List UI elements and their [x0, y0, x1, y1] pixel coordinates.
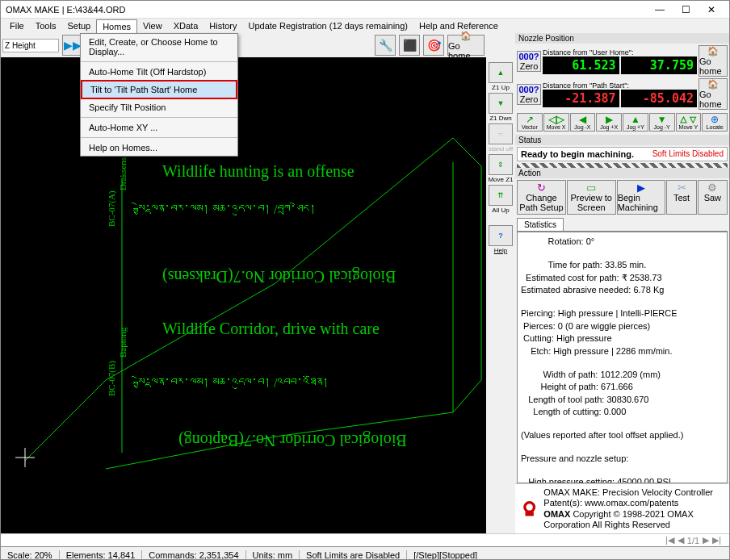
- toolbar-icon-2[interactable]: ⬛: [399, 35, 420, 56]
- menu-file[interactable]: File: [4, 19, 30, 32]
- test-button[interactable]: ✂Test: [666, 180, 696, 215]
- canvas-text-2: སྐྱེ་ལྡན་བར་ལམ། མཆ་འདུལ་བ། /བཀྲ་ཤེང།: [138, 203, 316, 217]
- movex-button[interactable]: ◀▶Move X: [543, 113, 569, 132]
- z1-down-button[interactable]: ▼: [489, 93, 513, 114]
- user-y-readout: 37.759: [621, 56, 698, 74]
- homes-spectilt[interactable]: Specify Tilt Position: [81, 99, 237, 115]
- jogpx-button[interactable]: ▶Jog +X: [596, 113, 622, 132]
- menu-view[interactable]: View: [137, 19, 168, 32]
- canvas-vert-1a: Draksens: [118, 157, 128, 190]
- status-step: [/Step][Stopped]: [407, 550, 484, 560]
- z-height-label: Z Height: [2, 39, 59, 52]
- canvas-text-4: Wildlife Corridor, drive with care: [162, 320, 380, 338]
- menu-help[interactable]: Help and Reference: [413, 19, 504, 32]
- homes-edit[interactable]: Edit, Create, or Choose Home to Display.…: [81, 34, 237, 60]
- go-path-home-button[interactable]: 🏠 Go home: [699, 78, 728, 110]
- homes-help[interactable]: Help on Homes...: [81, 140, 237, 156]
- canvas-vert-2a: Baptong: [118, 328, 128, 357]
- page-number: 1/1: [687, 536, 699, 545]
- menu-bar: File Tools Setup Homes View XData Histor…: [1, 19, 729, 33]
- action-title: Action: [515, 168, 729, 178]
- menu-reg[interactable]: Update Registration (12 days remaining): [242, 19, 413, 32]
- tab-statistics[interactable]: Statistics: [517, 218, 564, 231]
- tool-path-lines: [1, 57, 486, 533]
- dist-path-label: Distance from "Path Start":: [543, 81, 697, 90]
- footer: OMAX MAKE: Precision Velocity Controller…: [515, 483, 729, 533]
- user-x-readout: 61.523: [543, 56, 619, 74]
- path-x-readout: -21.387: [543, 90, 619, 107]
- nozzle-title: Nozzle Position: [515, 33, 729, 44]
- help-side-button[interactable]: ?: [489, 225, 513, 246]
- locate-button[interactable]: ⊕Locate: [702, 113, 728, 132]
- svg-point-0: [525, 502, 535, 512]
- go-user-home-button[interactable]: 🏠 Go home: [699, 45, 728, 77]
- status-elements: Elements: 14,841: [60, 550, 143, 560]
- dist-user-label: Distance from "User Home":: [543, 48, 697, 56]
- page-last[interactable]: ▶|: [712, 535, 721, 545]
- soft-limits-text: Soft Limits Disabled: [652, 149, 724, 159]
- homes-dropdown: Edit, Create, or Choose Home to Display.…: [80, 33, 238, 157]
- canvas-text-3: Biological Corridor No.7(Draksens): [162, 267, 396, 286]
- window-title: OMAX MAKE | E:\43&44.ORD: [6, 5, 647, 15]
- homes-autoxy[interactable]: Auto-Home XY ...: [81, 119, 237, 136]
- canvas-text-1: Wildlife hunting is an offense: [162, 162, 355, 181]
- homes-autotilt[interactable]: Auto-Home Tilt (Off Hardstop): [81, 64, 237, 80]
- minimize-button[interactable]: —: [647, 2, 673, 18]
- menu-homes[interactable]: Homes: [96, 19, 137, 33]
- jognx-button[interactable]: ◀Jog -X: [570, 113, 596, 132]
- zero-user-button[interactable]: 000? Zero: [517, 51, 541, 72]
- omax-logo-icon: [520, 497, 539, 521]
- svg-rect-1: [525, 512, 533, 516]
- side-toolbar: ▲ Z1 Up ▼ Z1 Dwn ⎓ stand off ⇕ Move Z1 ⇈…: [486, 33, 515, 533]
- canvas-vert-1b: BC-07(A): [107, 190, 116, 227]
- page-prev[interactable]: ◀: [678, 535, 684, 545]
- menu-xdata[interactable]: XData: [168, 19, 204, 32]
- jogny-button[interactable]: ▼Jog -Y: [649, 113, 675, 132]
- menu-history[interactable]: History: [203, 19, 242, 32]
- home-icon: 🏠: [707, 79, 719, 90]
- change-path-button[interactable]: ↻Change Path Setup: [517, 180, 566, 215]
- pager-row: |◀ ◀ 1/1 ▶ ▶|: [1, 533, 729, 546]
- menu-tools[interactable]: Tools: [30, 19, 62, 32]
- drawing-canvas[interactable]: Wildlife hunting is an offense སྐྱེ་ལྡན་…: [1, 57, 486, 533]
- preview-button[interactable]: ▭Preview to Screen: [567, 180, 616, 215]
- zero-path-button[interactable]: 000? Zero: [517, 84, 541, 105]
- maximize-button[interactable]: ☐: [673, 2, 699, 18]
- status-units: Units: mm: [246, 550, 300, 560]
- jogpy-button[interactable]: ▲Jog +Y: [623, 113, 648, 132]
- canvas-text-5: སྐྱེ་ལྡན་བར་ལམ། མཆ་འདུལ་བ། /འབབ་འཐོན།: [138, 376, 329, 391]
- canvas-vert-2b: BC-07(B): [107, 361, 116, 396]
- page-first[interactable]: |◀: [665, 535, 674, 545]
- status-commands: Commands: 2,351,354: [142, 550, 245, 560]
- status-soft-limits: Soft Limits are Disabled: [300, 550, 407, 560]
- path-y-readout: -85.042: [621, 90, 698, 107]
- z-toolbar: Z Height ▶▶ 59.9 🔧 ⬛ 🎯 🏠 Go home: [1, 33, 486, 57]
- status-text: Ready to begin machining.: [521, 149, 634, 159]
- home-icon: 🏠: [460, 31, 472, 41]
- movey-button[interactable]: ▲▼Move Y: [676, 113, 702, 132]
- z1-up-button[interactable]: ▲: [489, 62, 513, 83]
- toolbar-icon-1[interactable]: 🔧: [375, 35, 396, 56]
- vector-button[interactable]: ↗Vector: [517, 113, 543, 132]
- statistics-panel: Rotation: 0° Time for path: 33.85 min. E…: [517, 232, 728, 483]
- canvas-text-6: Biological Corridor No.7(Baptong): [178, 431, 407, 449]
- toolbar-icon-3[interactable]: 🎯: [423, 35, 444, 56]
- menu-setup[interactable]: Setup: [61, 19, 96, 32]
- standoff-button[interactable]: ⎓: [489, 123, 513, 144]
- status-bar: Scale: 20% Elements: 14,841 Commands: 2,…: [1, 546, 729, 560]
- all-up-button[interactable]: ⇈: [489, 185, 513, 206]
- move-z1-button[interactable]: ⇕: [489, 154, 513, 175]
- close-button[interactable]: ✕: [699, 2, 724, 18]
- go-home-button[interactable]: 🏠 Go home: [447, 35, 485, 56]
- homes-tilt-path-start[interactable]: Tilt to 'Tilt Path Start' Home: [81, 80, 237, 99]
- saw-button[interactable]: ⚙Saw: [698, 180, 728, 215]
- page-next[interactable]: ▶: [703, 535, 709, 545]
- home-icon: 🏠: [707, 46, 719, 56]
- status-scale: Scale: 20%: [1, 550, 60, 560]
- begin-button[interactable]: ▶Begin Machining: [617, 180, 666, 215]
- status-title: Status: [515, 135, 729, 145]
